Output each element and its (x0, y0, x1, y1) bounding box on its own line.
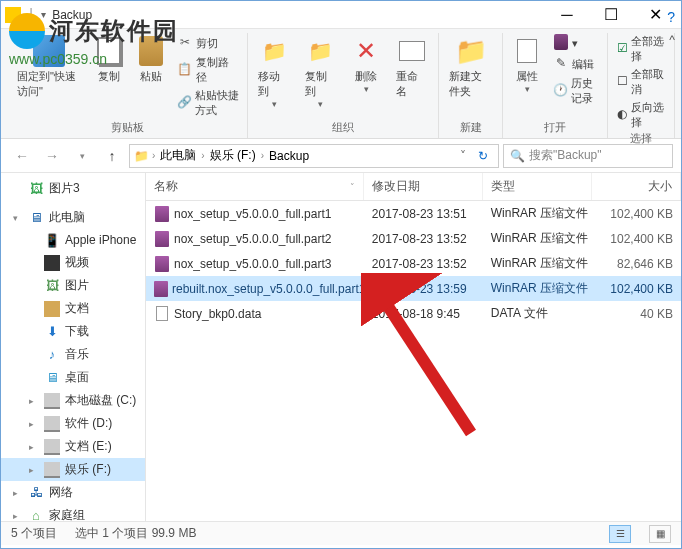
sidebar-item[interactable]: ♪音乐 (1, 343, 145, 366)
file-size: 102,400 KB (592, 280, 681, 298)
select-all-button[interactable]: ☑全部选择 (612, 33, 670, 65)
breadcrumb-folder[interactable]: Backup (267, 149, 311, 163)
copy-path-button[interactable]: 📋复制路径 (173, 54, 243, 86)
paste-button[interactable]: 粘贴 (131, 33, 171, 120)
view-details-button[interactable]: ☰ (609, 525, 631, 543)
copyto-icon: 📁 (305, 35, 337, 67)
sidebar-item[interactable]: ▾🖥此电脑 (1, 206, 145, 229)
chevron-right-icon: › (149, 150, 158, 161)
moveto-icon: 📁 (258, 35, 290, 67)
open-button[interactable]: ▾ (549, 33, 603, 53)
properties-button[interactable]: 属性▾ (507, 33, 547, 120)
ribbon-group-clipboard: 固定到"快速访问" 复制 粘贴 ✂剪切 📋复制路径 🔗粘贴快捷方式 剪贴板 (7, 33, 248, 138)
breadcrumb-drive[interactable]: 娱乐 (F:) (208, 147, 258, 164)
edit-icon: ✎ (553, 55, 569, 71)
breadcrumb-dropdown[interactable]: ˅ (454, 149, 472, 163)
recent-dropdown[interactable]: ▾ (69, 143, 95, 169)
rename-icon (396, 35, 428, 67)
select-none-button[interactable]: ☐全部取消 (612, 66, 670, 98)
sidebar-item[interactable]: 📱Apple iPhone (1, 229, 145, 251)
properties-icon (511, 35, 543, 67)
sidebar-item[interactable]: 视频 (1, 251, 145, 274)
file-type: WinRAR 压缩文件 (483, 203, 592, 224)
column-name[interactable]: 名称˅ (146, 173, 364, 200)
sidebar-item[interactable]: ▸软件 (D:) (1, 412, 145, 435)
column-type[interactable]: 类型 (483, 173, 592, 200)
edit-button[interactable]: ✎编辑 (549, 54, 603, 74)
ribbon-group-organize: 📁移动到▾ 📁复制到▾ ✕删除▾ 重命名 组织 (248, 33, 439, 138)
si-vid-icon (44, 255, 60, 271)
sidebar-item[interactable]: ▸⌂家庭组 (1, 504, 145, 521)
cut-button[interactable]: ✂剪切 (173, 33, 243, 53)
history-button[interactable]: 🕐历史记录 (549, 75, 603, 107)
breadcrumb-pc[interactable]: 此电脑 (158, 147, 198, 164)
paste-icon (135, 35, 167, 67)
forward-button[interactable]: → (39, 143, 65, 169)
sidebar-item-label: 音乐 (65, 346, 89, 363)
statusbar: 5 个项目 选中 1 个项目 99.9 MB ☰ ▦ (1, 521, 681, 545)
sidebar-item[interactable]: 文档 (1, 297, 145, 320)
file-row[interactable]: rebuilt.nox_setup_v5.0.0.0_full.part1201… (146, 276, 681, 301)
view-icons-button[interactable]: ▦ (649, 525, 671, 543)
file-row[interactable]: nox_setup_v5.0.0.0_full.part12017-08-23 … (146, 201, 681, 226)
sidebar-item-label: 图片 (65, 277, 89, 294)
newfolder-icon: 📁 (455, 35, 487, 67)
si-drive-icon (44, 416, 60, 432)
move-to-button[interactable]: 📁移动到▾ (252, 33, 296, 120)
column-headers: 名称˅ 修改日期 类型 大小 (146, 173, 681, 201)
expand-icon: ▸ (29, 442, 39, 452)
file-list: 名称˅ 修改日期 类型 大小 nox_setup_v5.0.0.0_full.p… (146, 173, 681, 521)
delete-button[interactable]: ✕删除▾ (345, 33, 388, 120)
file-row[interactable]: nox_setup_v5.0.0.0_full.part22017-08-23 … (146, 226, 681, 251)
pin-icon (33, 35, 65, 67)
si-drive-icon (44, 393, 60, 409)
column-size[interactable]: 大小 (592, 173, 681, 200)
si-drive-icon (44, 439, 60, 455)
file-type: WinRAR 压缩文件 (483, 253, 592, 274)
cut-icon: ✂ (177, 34, 193, 50)
qat-dropdown-icon[interactable]: ▾ (41, 9, 46, 20)
file-row[interactable]: nox_setup_v5.0.0.0_full.part32017-08-23 … (146, 251, 681, 276)
sidebar-item[interactable]: 🖥桌面 (1, 366, 145, 389)
paste-shortcut-button[interactable]: 🔗粘贴快捷方式 (173, 87, 243, 119)
sidebar-item[interactable]: ⬇下载 (1, 320, 145, 343)
search-input[interactable]: 🔍 搜索"Backup" (503, 144, 673, 168)
addressbar: ← → ▾ ↑ 📁 › 此电脑 › 娱乐 (F:) › Backup ˅ ↻ 🔍… (1, 139, 681, 173)
status-item-count: 5 个项目 (11, 525, 57, 542)
pin-to-quickaccess-button[interactable]: 固定到"快速访问" (11, 33, 87, 120)
file-row[interactable]: Story_bkp0.data2017-08-18 9:45DATA 文件40 … (146, 301, 681, 326)
refresh-button[interactable]: ↻ (472, 149, 494, 163)
minimize-button[interactable]: ─ (545, 1, 589, 29)
copy-button[interactable]: 复制 (89, 33, 129, 120)
maximize-button[interactable]: ☐ (589, 1, 633, 29)
sidebar-item-label: 文档 (65, 300, 89, 317)
si-doc-icon (44, 301, 60, 317)
si-desk-icon: 🖥 (44, 370, 60, 386)
column-date[interactable]: 修改日期 (364, 173, 483, 200)
breadcrumb[interactable]: 📁 › 此电脑 › 娱乐 (F:) › Backup ˅ ↻ (129, 144, 499, 168)
chevron-right-icon: › (258, 150, 267, 161)
ribbon-group-label: 新建 (460, 120, 482, 138)
history-icon: 🕐 (553, 82, 568, 98)
up-button[interactable]: ↑ (99, 143, 125, 169)
sidebar-item-label: 家庭组 (49, 507, 85, 521)
select-invert-button[interactable]: ◐反向选择 (612, 99, 670, 131)
back-button[interactable]: ← (9, 143, 35, 169)
help-icon[interactable]: ? (667, 9, 675, 25)
qat-sep: | (29, 6, 33, 24)
sidebar-item[interactable]: ▸🖧网络 (1, 481, 145, 504)
sidebar-item[interactable]: 🖼图片3 (1, 177, 145, 200)
copy-to-button[interactable]: 📁复制到▾ (299, 33, 343, 120)
rar-icon (154, 206, 170, 222)
si-img-icon: 🖼 (44, 278, 60, 294)
sidebar-item[interactable]: ▸本地磁盘 (C:) (1, 389, 145, 412)
sidebar-item[interactable]: 🖼图片 (1, 274, 145, 297)
sidebar-item[interactable]: ▸文档 (E:) (1, 435, 145, 458)
rename-button[interactable]: 重命名 (390, 33, 434, 120)
new-folder-button[interactable]: 📁新建文件夹 (443, 33, 498, 120)
si-pc-icon: 🖥 (28, 210, 44, 226)
ribbon-collapse-icon[interactable]: ^ (669, 33, 675, 47)
si-dl-icon: ⬇ (44, 324, 60, 340)
folder-icon: 📁 (134, 149, 149, 163)
sidebar-item[interactable]: ▸娱乐 (F:) (1, 458, 145, 481)
